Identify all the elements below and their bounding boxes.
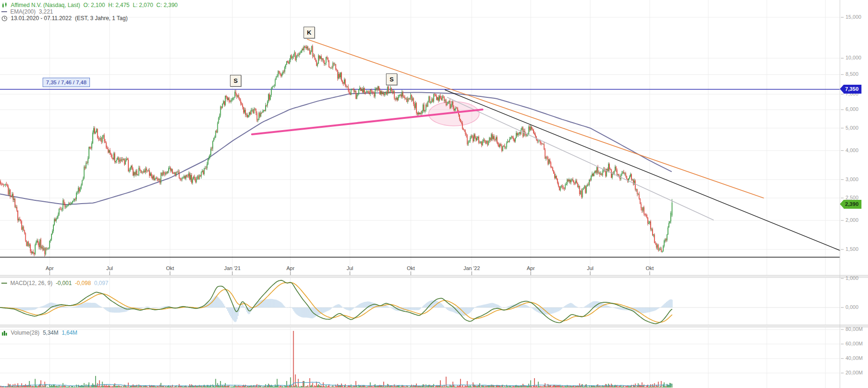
down-candles xyxy=(0,46,666,255)
range-settings: (EST, 3 Jahre, 1 Tag) xyxy=(75,15,128,22)
annotation-S[interactable]: S xyxy=(230,75,241,87)
macd-line-icon xyxy=(1,283,7,284)
ema-value: 3,221 xyxy=(39,8,53,15)
series-legend[interactable]: Affimed N.V. (Nasdaq, Last) O: 2,100 H: … xyxy=(1,2,178,8)
candlestick-icon xyxy=(1,2,7,8)
x-axis-label: Okt xyxy=(407,265,415,271)
y-axis-label: 7,000 xyxy=(846,91,859,96)
ema-label: EMA(200) xyxy=(10,8,36,15)
up-candles xyxy=(4,46,673,255)
ohlc-open: O: 2,100 xyxy=(83,2,105,8)
ohlc-low: L: 2,070 xyxy=(133,2,153,8)
annotation-K[interactable]: K xyxy=(304,27,315,38)
line-icon xyxy=(1,11,7,12)
y-axis-label: 1,500 xyxy=(846,246,859,252)
x-axis-label: Jul xyxy=(587,265,594,271)
downtrend-orange[interactable] xyxy=(307,39,764,198)
macd-label: MACD(12, 26, 9) xyxy=(10,280,52,286)
volume-average-value: 1,64M xyxy=(62,329,77,336)
macd-signal-value: -0,098 xyxy=(75,280,91,286)
ema-legend[interactable]: EMA(200) 3,221 xyxy=(1,8,53,15)
volume-down-bars xyxy=(0,331,666,388)
x-axis-label: Jan '22 xyxy=(463,265,480,271)
volume-bars-icon xyxy=(1,330,7,336)
y-axis-label: 3,000 xyxy=(846,176,859,182)
volume-label: Volume(28) xyxy=(11,329,39,336)
x-axis-label: Apr xyxy=(45,265,53,271)
volume-value: 5,34M xyxy=(43,329,58,336)
price-levels-box[interactable]: 7,35 / 7,46 / 7,48 xyxy=(43,78,90,87)
series-name: Affimed N.V. (Nasdaq, Last) xyxy=(11,2,80,8)
date-range: 13.01.2020 - 07.11.2022 xyxy=(11,15,72,22)
x-axis-label: Apr xyxy=(527,265,534,271)
ohlc-high: H: 2,475 xyxy=(108,2,129,8)
x-axis-label: Jul xyxy=(347,265,353,271)
chart-canvas[interactable] xyxy=(0,0,868,388)
x-axis-label: Jul xyxy=(106,265,113,271)
annotation-S[interactable]: S xyxy=(386,73,397,85)
x-axis-label: Jan '21 xyxy=(224,265,240,271)
y-axis-label: 4,000 xyxy=(846,147,859,153)
macd-signal-line xyxy=(0,283,672,322)
y-axis-label: 6,000 xyxy=(846,106,859,112)
volume-legend[interactable]: Volume(28) 5,34M 1,64M xyxy=(1,329,77,336)
clock-icon xyxy=(1,15,7,22)
macd-value: -0,001 xyxy=(56,280,72,286)
ohlc-close: C: 2,390 xyxy=(156,2,178,8)
macd-histogram-value: 0,097 xyxy=(94,280,108,286)
y-axis-label: 8,500 xyxy=(846,71,859,77)
y-axis-label: 2,000 xyxy=(846,217,859,223)
macd-legend[interactable]: MACD(12, 26, 9) -0,001 -0,098 0,097 xyxy=(1,280,108,286)
downtrend-gray[interactable] xyxy=(447,97,713,220)
x-axis-label: Okt xyxy=(645,265,653,271)
y-axis-label: 15,000 xyxy=(846,14,861,20)
macd-histogram xyxy=(1,296,672,322)
y-axis-label: 2,500 xyxy=(846,195,859,200)
y-axis-label: 5,000 xyxy=(846,125,859,131)
x-axis-label: Apr xyxy=(286,265,294,271)
ema200-line xyxy=(0,93,672,205)
stock-chart-app: Affimed N.V. (Nasdaq, Last) O: 2,100 H: … xyxy=(0,0,868,388)
y-axis-label: 10,000 xyxy=(846,55,861,60)
downtrend-black[interactable] xyxy=(445,90,840,250)
range-legend[interactable]: 13.01.2020 - 07.11.2022 (EST, 3 Jahre, 1… xyxy=(1,15,127,22)
x-axis-label: Okt xyxy=(166,265,174,271)
